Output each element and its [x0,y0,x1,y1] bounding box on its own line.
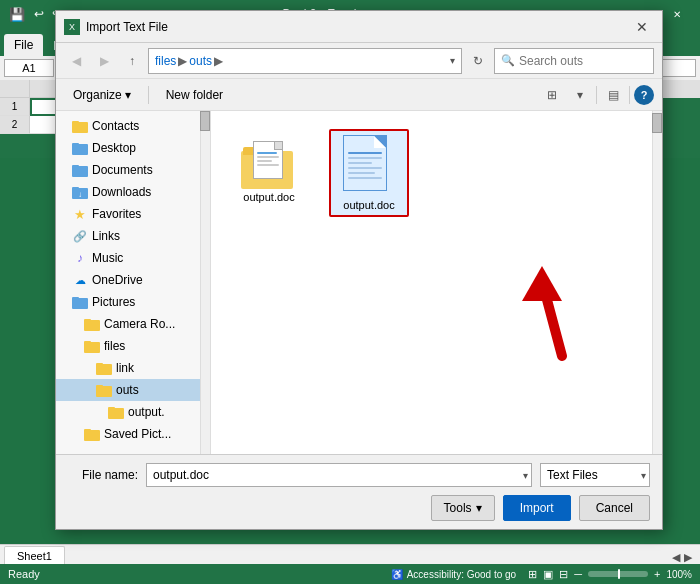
file-item-2[interactable]: output.doc [329,129,409,217]
sidebar-pictures-label: Pictures [92,295,135,309]
view-dropdown-btn[interactable]: ▾ [568,83,592,107]
breadcrumb-sep-1: ▶ [178,54,187,68]
sidebar-outs-label: outs [116,383,139,397]
file-content-area: output.doc [211,111,662,454]
dialog-icon: X [64,19,80,35]
back-button[interactable]: ◀ [64,49,88,73]
search-box[interactable]: 🔍 [494,48,654,74]
content-scrollbar[interactable] [652,111,662,454]
zoom-percent: 100% [666,569,692,580]
organize-arrow-icon: ▾ [125,88,131,102]
sidebar-item-pictures[interactable]: Pictures [56,291,200,313]
excel-undo-icon[interactable]: ↩ [32,7,46,21]
sidebar-item-favorites[interactable]: ★ Favorites [56,203,200,225]
search-icon: 🔍 [501,54,515,67]
svg-rect-10 [72,297,79,300]
organize-button[interactable]: Organize ▾ [64,83,140,107]
tools-button[interactable]: Tools ▾ [431,495,495,521]
excel-save-icon[interactable]: 💾 [6,7,28,22]
sidebar-documents-label: Documents [92,163,153,177]
desktop-folder-icon [72,140,88,156]
sheet-scroll-right[interactable]: ▶ [684,551,692,564]
breadcrumb-path[interactable]: files ▶ outs ▶ ▾ [148,48,462,74]
sheet-scroll-left[interactable]: ◀ [672,551,680,564]
sidebar-item-output[interactable]: output. [56,401,200,423]
filename-select-wrapper: ▾ [146,463,532,487]
sidebar-item-outs[interactable]: outs [56,379,200,401]
breadcrumb-outs[interactable]: outs [189,54,212,68]
forward-icon: ▶ [100,54,109,68]
selected-doc-line-3 [348,162,372,164]
dialog-sidebar: Contacts Desktop Documents ↓ Downloads [56,111,201,454]
refresh-button[interactable]: ↻ [466,49,490,73]
doc-on-folder [253,141,283,179]
svg-rect-5 [72,165,79,168]
music-icon: ♪ [72,250,88,266]
row-header-corner [0,80,30,98]
excel-statusbar: Ready ♿Accessibility: Good to go ⊞ ▣ ⊟ ─… [0,564,700,584]
excel-file-tab[interactable]: File [4,34,43,56]
zoom-slider[interactable] [588,571,648,577]
doc-line-2 [257,156,279,158]
sidebar-item-downloads[interactable]: ↓ Downloads [56,181,200,203]
selected-doc-line-6 [348,177,382,179]
toolbar-sep-2 [596,86,597,104]
row-num-1: 1 [0,98,30,116]
new-folder-label: New folder [166,88,223,102]
sidebar-saved-pict-label: Saved Pict... [104,427,171,441]
doc-line-1 [257,152,277,154]
sheet-tab-1[interactable]: Sheet1 [4,546,65,564]
zoom-out-icon[interactable]: ─ [574,568,582,580]
sidebar-item-contacts[interactable]: Contacts [56,115,200,137]
details-pane-icon: ▤ [608,88,619,102]
file-2-label: output.doc [343,199,394,211]
sidebar-item-link[interactable]: link [56,357,200,379]
zoom-in-icon[interactable]: + [654,568,660,580]
sidebar-item-files[interactable]: files [56,335,200,357]
up-button[interactable]: ↑ [120,49,144,73]
doc-line-3 [257,160,272,162]
file-item-1[interactable]: output.doc [229,129,309,217]
import-button[interactable]: Import [503,495,571,521]
toolbar-sep-3 [629,86,630,104]
breadcrumb-sep-2: ▶ [214,54,223,68]
sidebar-scrollbar[interactable] [201,111,211,454]
svg-marker-24 [522,266,562,301]
pictures-folder-icon [72,294,88,310]
forward-button[interactable]: ▶ [92,49,116,73]
output-folder-icon [108,404,124,420]
help-btn[interactable]: ? [634,85,654,105]
contacts-folder-icon [72,118,88,134]
view-page-icon[interactable]: ⊟ [559,568,568,581]
svg-rect-14 [84,341,91,344]
breadcrumb-dropdown-icon[interactable]: ▾ [450,55,455,66]
breadcrumb-files[interactable]: files [155,54,176,68]
selected-doc-line-2 [348,157,382,159]
sidebar-item-music[interactable]: ♪ Music [56,247,200,269]
organize-label: Organize [73,88,122,102]
sidebar-item-links[interactable]: 🔗 Links [56,225,200,247]
sidebar-item-camera-roll[interactable]: Camera Ro... [56,313,200,335]
filetype-select[interactable]: Text Files All Files [540,463,650,487]
sidebar-link-label: link [116,361,134,375]
arrow-indicator [502,261,582,364]
view-toggle-btn[interactable]: ⊞ [540,83,564,107]
dialog-close-btn[interactable]: ✕ [630,15,654,39]
view-layout-icon[interactable]: ▣ [543,568,553,581]
cell-reference-box[interactable]: A1 [4,59,54,77]
filename-input[interactable] [146,463,532,487]
filename-row: File name: ▾ Text Files All Files ▾ [68,463,650,487]
sidebar-item-saved-pictures[interactable]: Saved Pict... [56,423,200,445]
sidebar-onedrive-label: OneDrive [92,273,143,287]
view-normal-icon[interactable]: ⊞ [528,568,537,581]
sidebar-item-onedrive[interactable]: ☁ OneDrive [56,269,200,291]
new-folder-button[interactable]: New folder [157,83,232,107]
search-input[interactable] [519,54,629,68]
svg-rect-18 [96,385,103,388]
selected-doc-line-5 [348,172,375,174]
selected-doc-line-4 [348,167,382,169]
details-pane-btn[interactable]: ▤ [601,83,625,107]
sidebar-item-desktop[interactable]: Desktop [56,137,200,159]
sidebar-item-documents[interactable]: Documents [56,159,200,181]
cancel-button[interactable]: Cancel [579,495,650,521]
